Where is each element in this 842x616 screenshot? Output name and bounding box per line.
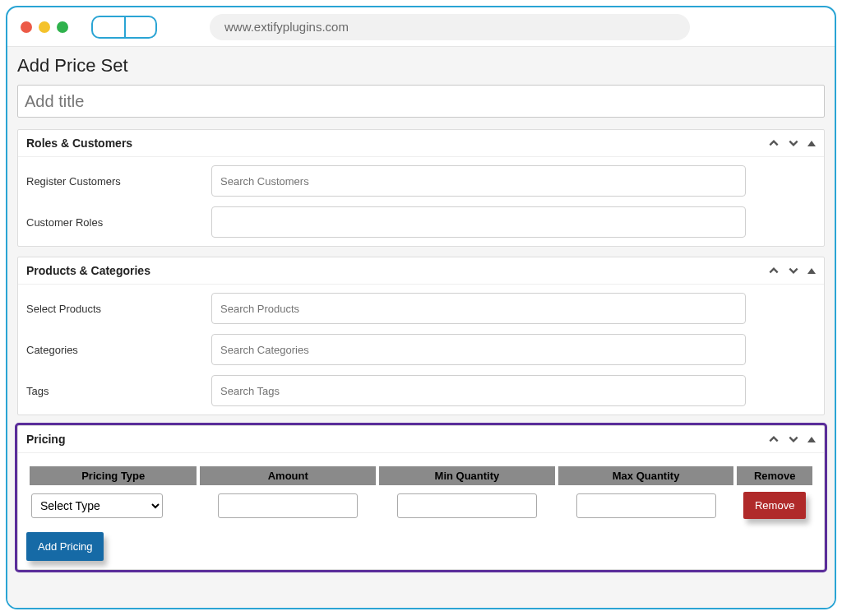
page-body: Add Price Set Roles & Customers Register… (7, 47, 835, 608)
panel-header-pricing: Pricing (18, 426, 824, 453)
chevron-down-icon[interactable] (788, 265, 799, 276)
remove-button[interactable]: Remove (743, 492, 806, 519)
chevron-down-icon[interactable] (788, 137, 799, 149)
field-register-customers: Register Customers (26, 165, 816, 197)
browser-window: www.extifyplugins.com Add Price Set Role… (6, 6, 836, 609)
panel-controls (768, 265, 816, 276)
max-quantity-input[interactable] (576, 493, 716, 518)
pricing-type-select[interactable]: Select Type (31, 493, 163, 518)
panel-roles-customers: Roles & Customers Register Customers Cus… (17, 129, 825, 247)
maximize-window-icon[interactable] (57, 21, 68, 33)
panel-body: Select Products Categories Tags (18, 285, 824, 415)
field-label: Register Customers (26, 175, 211, 188)
panel-title: Products & Categories (26, 264, 768, 277)
panel-pricing: Pricing Pricing Type Amount Min Quantity… (17, 425, 825, 570)
tags-input[interactable] (211, 375, 746, 406)
chevron-up-icon[interactable] (768, 433, 780, 445)
col-remove: Remove (737, 466, 812, 485)
col-max-quantity: Max Quantity (558, 466, 734, 485)
window-controls (21, 21, 68, 33)
register-customers-input[interactable] (211, 165, 746, 197)
panel-title: Roles & Customers (26, 137, 768, 150)
panel-header-products: Products & Categories (18, 257, 824, 285)
table-header-row: Pricing Type Amount Min Quantity Max Qua… (30, 466, 812, 485)
field-customer-roles: Customer Roles (26, 206, 816, 238)
panel-controls (768, 137, 816, 149)
table-row: Select Type Remove (30, 490, 812, 521)
collapse-triangle-icon[interactable] (807, 141, 816, 146)
minimize-window-icon[interactable] (39, 21, 50, 33)
field-label: Tags (26, 385, 211, 397)
chevron-down-icon[interactable] (788, 433, 799, 445)
field-label: Select Products (26, 303, 211, 315)
panel-body: Register Customers Customer Roles (18, 157, 824, 246)
url-bar[interactable]: www.extifyplugins.com (210, 14, 690, 40)
amount-input[interactable] (218, 493, 358, 518)
panel-controls (768, 433, 816, 445)
field-label: Customer Roles (26, 216, 211, 229)
panel-products-categories: Products & Categories Select Products Ca… (17, 257, 825, 415)
page-heading: Add Price Set (11, 52, 831, 85)
col-amount: Amount (200, 466, 376, 485)
tab-switcher[interactable] (91, 16, 157, 39)
pricing-table: Pricing Type Amount Min Quantity Max Qua… (26, 461, 816, 526)
chevron-up-icon[interactable] (768, 265, 780, 276)
categories-input[interactable] (211, 334, 746, 365)
panel-title: Pricing (26, 433, 768, 446)
browser-chrome-bar: www.extifyplugins.com (7, 7, 835, 47)
panel-header-roles: Roles & Customers (18, 130, 824, 157)
collapse-triangle-icon[interactable] (807, 268, 816, 274)
url-text: www.extifyplugins.com (224, 20, 349, 34)
add-pricing-button[interactable]: Add Pricing (26, 532, 104, 561)
field-tags: Tags (26, 375, 816, 406)
field-label: Categories (26, 344, 211, 356)
select-products-input[interactable] (211, 293, 746, 324)
col-pricing-type: Pricing Type (30, 466, 197, 485)
field-categories: Categories (26, 334, 816, 365)
col-min-quantity: Min Quantity (379, 466, 555, 485)
title-input[interactable] (17, 85, 825, 118)
chevron-up-icon[interactable] (768, 137, 780, 149)
field-select-products: Select Products (26, 293, 816, 324)
panel-body: Pricing Type Amount Min Quantity Max Qua… (18, 453, 824, 569)
collapse-triangle-icon[interactable] (807, 437, 816, 442)
customer-roles-input[interactable] (211, 206, 746, 238)
min-quantity-input[interactable] (397, 493, 537, 518)
close-window-icon[interactable] (21, 21, 32, 33)
